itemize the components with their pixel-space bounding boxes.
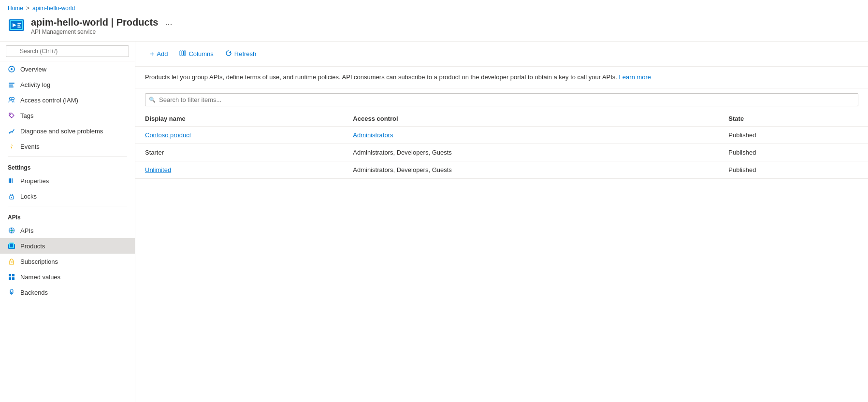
svg-rect-36 bbox=[184, 51, 186, 56]
sidebar-nav-main: Overview Activity log Access control (IA… bbox=[0, 61, 135, 154]
svg-point-8 bbox=[11, 68, 13, 70]
columns-icon bbox=[179, 50, 186, 58]
svg-rect-27 bbox=[11, 261, 13, 263]
sidebar-item-apis[interactable]: APIs bbox=[0, 223, 135, 238]
locks-icon bbox=[8, 192, 15, 200]
page-title: apim-hello-world | Products ... bbox=[31, 16, 175, 29]
product-name-link[interactable]: Contoso product bbox=[145, 131, 191, 139]
svg-rect-17 bbox=[10, 178, 11, 183]
breadcrumb-current[interactable]: apim-hello-world bbox=[32, 5, 75, 12]
svg-rect-28 bbox=[9, 274, 11, 276]
toolbar: + Add Columns Refresh bbox=[135, 42, 868, 67]
tags-icon bbox=[8, 112, 15, 119]
cell-access-control: Administrators, Developers, Guests bbox=[343, 161, 719, 178]
activity-log-icon bbox=[8, 81, 15, 88]
sidebar-divider-settings bbox=[8, 156, 127, 157]
page-header: apim-hello-world | Products ... API Mana… bbox=[0, 14, 868, 42]
subscriptions-icon bbox=[8, 258, 15, 265]
sidebar-item-overview[interactable]: Overview bbox=[0, 61, 135, 77]
content-area: + Add Columns Refresh Products let you g… bbox=[135, 42, 868, 402]
sidebar-item-backends[interactable]: Backends bbox=[0, 285, 135, 300]
svg-rect-9 bbox=[9, 83, 14, 84]
svg-rect-16 bbox=[9, 178, 10, 183]
cell-display-name: Starter bbox=[135, 144, 343, 161]
cell-state: Published bbox=[719, 144, 868, 161]
sidebar-item-diagnose[interactable]: Diagnose and solve problems bbox=[0, 123, 135, 139]
sidebar: Overview Activity log Access control (IA… bbox=[0, 42, 135, 402]
col-display-name: Display name bbox=[135, 111, 343, 127]
cell-state: Published bbox=[719, 161, 868, 178]
svg-point-23 bbox=[11, 230, 13, 231]
sidebar-item-properties[interactable]: Properties bbox=[0, 173, 135, 188]
cell-display-name: Contoso product bbox=[135, 126, 343, 144]
ellipsis-button[interactable]: ... bbox=[162, 16, 175, 29]
product-name-link[interactable]: Unlimited bbox=[145, 166, 171, 173]
main-layout: Overview Activity log Access control (IA… bbox=[0, 42, 868, 402]
apim-icon bbox=[8, 16, 25, 35]
svg-point-20 bbox=[11, 197, 12, 198]
svg-rect-4 bbox=[17, 23, 21, 24]
svg-rect-31 bbox=[12, 277, 14, 280]
sidebar-item-access-control[interactable]: Access control (IAM) bbox=[0, 92, 135, 108]
sidebar-item-products[interactable]: Products bbox=[0, 238, 135, 254]
breadcrumb-home[interactable]: Home bbox=[8, 5, 23, 12]
svg-rect-34 bbox=[180, 51, 181, 56]
access-control-link[interactable]: Administrators bbox=[353, 131, 393, 139]
svg-rect-10 bbox=[9, 85, 13, 86]
svg-point-12 bbox=[10, 98, 12, 100]
sidebar-item-events[interactable]: Events bbox=[0, 139, 135, 154]
page-subtitle: API Management service bbox=[31, 29, 175, 35]
breadcrumb: Home > apim-hello-world bbox=[0, 0, 868, 14]
table-row: Contoso productAdministratorsPublished bbox=[135, 126, 868, 144]
sidebar-search-wrap bbox=[6, 45, 129, 57]
table-row: UnlimitedAdministrators, Developers, Gue… bbox=[135, 161, 868, 178]
svg-point-32 bbox=[10, 289, 13, 292]
sidebar-item-tags[interactable]: Tags bbox=[0, 108, 135, 123]
sidebar-search-area bbox=[0, 42, 135, 61]
properties-icon bbox=[8, 177, 15, 185]
refresh-icon bbox=[225, 50, 232, 58]
columns-button[interactable]: Columns bbox=[174, 47, 218, 60]
named-values-icon bbox=[8, 273, 15, 281]
sidebar-item-locks[interactable]: Locks bbox=[0, 188, 135, 204]
svg-rect-35 bbox=[182, 51, 184, 56]
table-row: StarterAdministrators, Developers, Guest… bbox=[135, 144, 868, 161]
svg-point-13 bbox=[12, 98, 14, 100]
svg-point-14 bbox=[10, 114, 11, 115]
filter-input[interactable] bbox=[145, 93, 858, 106]
cell-state: Published bbox=[719, 126, 868, 144]
cell-access-control: Administrators, Developers, Guests bbox=[343, 144, 719, 161]
products-icon bbox=[8, 242, 15, 250]
events-icon bbox=[8, 143, 15, 150]
add-icon: + bbox=[150, 50, 154, 58]
overview-icon bbox=[8, 65, 15, 73]
sidebar-divider-apis bbox=[8, 206, 127, 206]
svg-rect-18 bbox=[12, 178, 13, 183]
sidebar-item-activity-log[interactable]: Activity log bbox=[0, 77, 135, 92]
svg-rect-26 bbox=[10, 244, 13, 247]
filter-bar bbox=[135, 88, 868, 111]
svg-rect-5 bbox=[17, 25, 20, 26]
learn-more-link[interactable]: Learn more bbox=[619, 73, 651, 81]
col-state: State bbox=[719, 111, 868, 127]
svg-rect-29 bbox=[12, 274, 14, 276]
refresh-button[interactable]: Refresh bbox=[220, 47, 261, 60]
filter-input-wrap bbox=[145, 93, 858, 106]
cell-access-control: Administrators bbox=[343, 126, 719, 144]
svg-rect-11 bbox=[9, 86, 14, 87]
diagnose-icon bbox=[8, 127, 15, 135]
iam-icon bbox=[8, 96, 15, 104]
backends-icon bbox=[8, 288, 15, 296]
page-header-text: apim-hello-world | Products ... API Mana… bbox=[31, 16, 175, 35]
add-button[interactable]: + Add bbox=[145, 48, 173, 60]
breadcrumb-separator: > bbox=[26, 5, 29, 12]
sidebar-item-subscriptions[interactable]: Subscriptions bbox=[0, 254, 135, 269]
description-bar: Products let you group APIs, define term… bbox=[135, 67, 868, 88]
sidebar-section-apis: APIs bbox=[0, 208, 135, 223]
apis-icon bbox=[8, 227, 15, 234]
table-body: Contoso productAdministratorsPublishedSt… bbox=[135, 126, 868, 178]
products-table: Display name Access control State Contos… bbox=[135, 111, 868, 179]
sidebar-item-named-values[interactable]: Named values bbox=[0, 269, 135, 285]
search-input[interactable] bbox=[6, 45, 129, 57]
table-header: Display name Access control State bbox=[135, 111, 868, 127]
